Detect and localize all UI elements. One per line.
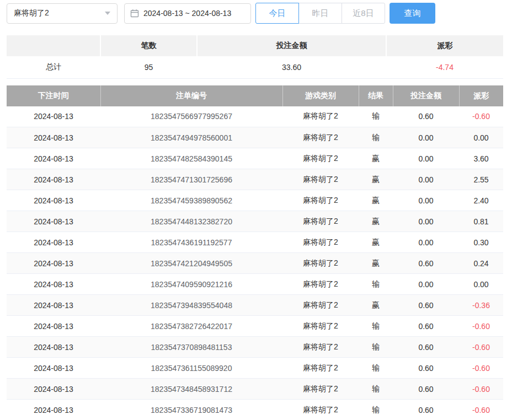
bet-time-cell: 2024-08-13: [7, 232, 100, 253]
bet-time-cell: 2024-08-13: [7, 295, 100, 316]
payout-cell: 0.81: [459, 211, 503, 232]
yesterday-button[interactable]: 昨日: [298, 3, 342, 24]
bet-amount-cell: 0.60: [393, 337, 459, 358]
table-row: 2024-08-131823547471301725696麻将胡了2赢0.002…: [7, 169, 503, 190]
bet-number-cell: 1823547370898481153: [100, 337, 282, 358]
result-cell: 赢: [359, 211, 393, 232]
summary-total-row: 总计 95 33.60 -4.74: [7, 56, 503, 78]
table-row: 2024-08-131823547348458931712麻将胡了2输0.60-…: [7, 379, 503, 400]
summary-header-count: 笔数: [100, 35, 197, 56]
bet-amount-cell: 0.60: [393, 106, 459, 127]
bet-table-body: 2024-08-131823547566977995267麻将胡了2输0.60-…: [7, 106, 503, 420]
summary-table: 笔数 投注金额 派彩 总计 95 33.60 -4.74: [7, 35, 503, 79]
result-cell: 赢: [359, 232, 393, 253]
bet-time-cell: 2024-08-13: [7, 169, 100, 190]
result-cell: 输: [359, 316, 393, 337]
payout-cell: 0.00: [459, 274, 503, 295]
game-type-cell: 麻将胡了2: [282, 169, 359, 190]
game-type-cell: 麻将胡了2: [282, 190, 359, 211]
query-button[interactable]: 查询: [390, 3, 435, 24]
bet-number-cell: 1823547394839554048: [100, 295, 282, 316]
table-row: 2024-08-131823547566977995267麻将胡了2输0.60-…: [7, 106, 503, 127]
header-bet-amount: 投注金额: [393, 85, 459, 106]
payout-cell: 0.24: [459, 253, 503, 274]
payout-cell: -0.60: [459, 379, 503, 400]
game-type-cell: 麻将胡了2: [282, 358, 359, 379]
payout-cell: -0.60: [459, 400, 503, 420]
bet-number-cell: 1823547566977995267: [100, 106, 282, 127]
game-select[interactable]: 麻将胡了2: [7, 3, 118, 24]
result-cell: 输: [359, 358, 393, 379]
table-row: 2024-08-131823547459389890562麻将胡了2赢0.002…: [7, 190, 503, 211]
bet-amount-cell: 0.60: [393, 253, 459, 274]
bet-number-cell: 1823547482584390145: [100, 148, 282, 169]
quick-range-group: 今日 昨日 近8日: [255, 3, 385, 24]
summary-total-label: 总计: [7, 56, 100, 78]
payout-cell: 0.00: [459, 127, 503, 148]
payout-cell: -0.60: [459, 316, 503, 337]
game-type-cell: 麻将胡了2: [282, 337, 359, 358]
bet-time-cell: 2024-08-13: [7, 127, 100, 148]
bet-number-cell: 1823547471301725696: [100, 169, 282, 190]
today-button[interactable]: 今日: [255, 3, 299, 24]
bet-number-cell: 1823547459389890562: [100, 190, 282, 211]
game-type-cell: 麻将胡了2: [282, 316, 359, 337]
game-type-cell: 麻将胡了2: [282, 253, 359, 274]
payout-cell: -0.36: [459, 295, 503, 316]
result-cell: 赢: [359, 148, 393, 169]
bet-amount-cell: 0.00: [393, 211, 459, 232]
bet-number-cell: 1823547382726422017: [100, 316, 282, 337]
bet-number-cell: 1823547494978560001: [100, 127, 282, 148]
bet-amount-cell: 0.00: [393, 148, 459, 169]
bet-time-cell: 2024-08-13: [7, 358, 100, 379]
bet-time-cell: 2024-08-13: [7, 211, 100, 232]
summary-total-count: 95: [100, 56, 197, 78]
summary-header-empty: [7, 35, 100, 56]
result-cell: 赢: [359, 253, 393, 274]
result-cell: 赢: [359, 169, 393, 190]
result-cell: 赢: [359, 190, 393, 211]
game-type-cell: 麻将胡了2: [282, 274, 359, 295]
game-type-cell: 麻将胡了2: [282, 106, 359, 127]
bet-time-cell: 2024-08-13: [7, 337, 100, 358]
payout-cell: -0.60: [459, 358, 503, 379]
game-type-cell: 麻将胡了2: [282, 379, 359, 400]
bet-table-header-row: 下注时间 注单编号 游戏类别 结果 投注金额 派彩: [7, 85, 503, 106]
header-bet-time: 下注时间: [7, 85, 100, 106]
header-result: 结果: [359, 85, 393, 106]
table-row: 2024-08-131823547382726422017麻将胡了2输0.60-…: [7, 316, 503, 337]
summary-header-payout: 派彩: [386, 35, 503, 56]
bet-amount-cell: 0.60: [393, 316, 459, 337]
table-row: 2024-08-131823547370898481153麻将胡了2输0.60-…: [7, 337, 503, 358]
last8days-button[interactable]: 近8日: [342, 3, 385, 24]
bet-number-cell: 1823547421204949505: [100, 253, 282, 274]
bet-amount-cell: 0.60: [393, 295, 459, 316]
bet-time-cell: 2024-08-13: [7, 379, 100, 400]
date-range-picker[interactable]: 2024-08-13 ~ 2024-08-13: [124, 3, 251, 24]
table-row: 2024-08-131823547494978560001麻将胡了2输0.000…: [7, 127, 503, 148]
table-row: 2024-08-131823547482584390145麻将胡了2赢0.003…: [7, 148, 503, 169]
summary-header-bet-amount: 投注金额: [197, 35, 386, 56]
bet-records-table: 下注时间 注单编号 游戏类别 结果 投注金额 派彩 2024-08-131823…: [7, 85, 503, 420]
result-cell: 输: [359, 127, 393, 148]
bet-number-cell: 1823547448132382720: [100, 211, 282, 232]
result-cell: 输: [359, 379, 393, 400]
bet-number-cell: 1823547348458931712: [100, 379, 282, 400]
calendar-icon: [130, 9, 139, 18]
table-row: 2024-08-131823547394839554048麻将胡了2赢0.60-…: [7, 295, 503, 316]
bet-time-cell: 2024-08-13: [7, 316, 100, 337]
result-cell: 输: [359, 274, 393, 295]
bet-amount-cell: 0.00: [393, 232, 459, 253]
game-type-cell: 麻将胡了2: [282, 232, 359, 253]
summary-total-payout: -4.74: [386, 56, 503, 78]
summary-total-bet-amount: 33.60: [197, 56, 386, 78]
result-cell: 输: [359, 400, 393, 420]
bet-amount-cell: 0.00: [393, 169, 459, 190]
bet-amount-cell: 0.60: [393, 379, 459, 400]
bet-time-cell: 2024-08-13: [7, 400, 100, 420]
bet-time-cell: 2024-08-13: [7, 253, 100, 274]
bet-time-cell: 2024-08-13: [7, 190, 100, 211]
header-payout: 派彩: [459, 85, 503, 106]
bet-time-cell: 2024-08-13: [7, 106, 100, 127]
summary-header-row: 笔数 投注金额 派彩: [7, 35, 503, 56]
